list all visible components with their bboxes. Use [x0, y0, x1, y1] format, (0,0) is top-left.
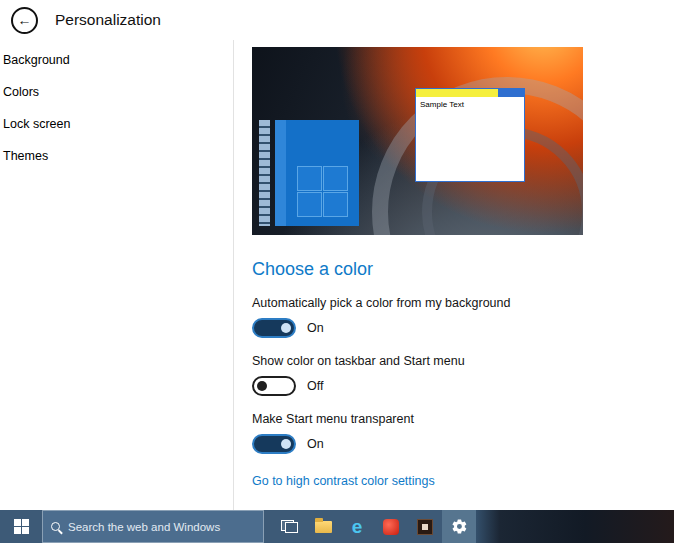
toggle-state-label: On [307, 321, 324, 335]
setting-label: Automatically pick a color from my backg… [252, 296, 674, 310]
sidebar: Background Colors Lock screen Themes [0, 40, 233, 510]
edge-browser-icon: e [352, 517, 363, 536]
color-preview: Sample Text [252, 47, 583, 235]
start-button[interactable] [0, 510, 42, 543]
settings-window: ← Personalization Background Colors Lock… [0, 0, 674, 543]
dark-app-icon [417, 519, 433, 535]
sidebar-item-label: Lock screen [3, 117, 70, 131]
high-contrast-link[interactable]: Go to high contrast color settings [252, 474, 435, 488]
section-title: Choose a color [252, 259, 674, 280]
sidebar-item-label: Background [3, 53, 70, 67]
dark-app-button[interactable] [408, 510, 442, 543]
preview-titlebar [416, 89, 524, 97]
sidebar-item-lock-screen[interactable]: Lock screen [0, 108, 233, 140]
setting-label: Show color on taskbar and Start menu [252, 354, 674, 368]
folder-icon [315, 521, 332, 533]
sidebar-item-background[interactable]: Background [0, 44, 233, 76]
toggle-state-label: On [307, 437, 324, 451]
search-input[interactable] [68, 521, 255, 533]
sidebar-item-label: Colors [3, 85, 39, 99]
sidebar-item-themes[interactable]: Themes [0, 140, 233, 172]
settings-gear-icon [451, 518, 468, 535]
header: ← Personalization [0, 0, 674, 40]
red-app-icon [383, 519, 399, 535]
sidebar-item-colors[interactable]: Colors [0, 76, 233, 108]
preview-window: Sample Text [415, 88, 525, 182]
preview-tile [323, 192, 348, 217]
file-explorer-button[interactable] [306, 510, 340, 543]
taskbar: e [0, 510, 674, 543]
windows-logo-icon [14, 519, 29, 534]
taskbar-icons: e [272, 510, 476, 543]
preview-start-column [275, 120, 286, 226]
preview-tile [297, 192, 322, 217]
taskbar-search[interactable] [42, 510, 264, 543]
back-arrow-icon: ← [18, 13, 32, 27]
setting-transparency: Make Start menu transparent On [252, 412, 674, 454]
toggle-knob [281, 439, 291, 449]
sidebar-item-label: Themes [3, 149, 48, 163]
edge-button[interactable]: e [340, 510, 374, 543]
task-view-button[interactable] [272, 510, 306, 543]
preview-start-menu [275, 120, 359, 226]
taskbar-empty-area [476, 510, 674, 543]
preview-tile [323, 166, 348, 191]
toggle-knob [281, 323, 291, 333]
preview-tile [297, 166, 322, 191]
setting-auto-color: Automatically pick a color from my backg… [252, 296, 674, 338]
setting-label: Make Start menu transparent [252, 412, 674, 426]
setting-show-color: Show color on taskbar and Start menu Off [252, 354, 674, 396]
toggle-knob [257, 381, 267, 391]
toggle-state-label: Off [307, 379, 323, 393]
toggle-show-color[interactable] [252, 376, 296, 396]
toggle-auto-color[interactable] [252, 318, 296, 338]
preview-taskbar-strip [259, 120, 270, 226]
toggle-transparency[interactable] [252, 434, 296, 454]
preview-sample-text: Sample Text [416, 97, 524, 109]
magnifier-icon [51, 522, 60, 531]
main-content: Sample Text Choose a color Automatically… [234, 40, 674, 510]
settings-button[interactable] [442, 510, 476, 543]
back-button[interactable]: ← [11, 7, 38, 34]
task-view-icon [281, 520, 298, 533]
page-title: Personalization [55, 11, 161, 29]
red-app-button[interactable] [374, 510, 408, 543]
